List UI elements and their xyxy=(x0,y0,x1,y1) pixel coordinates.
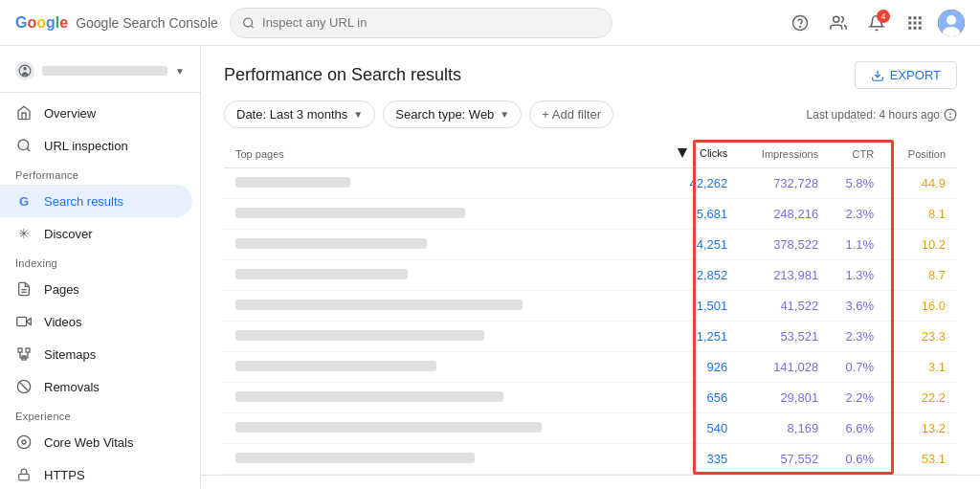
sidebar-item-core-web-vitals[interactable]: Core Web Vitals xyxy=(0,426,192,458)
google-g-icon: G xyxy=(15,192,33,210)
discover-icon: ✳ xyxy=(15,225,33,242)
sidebar-item-label: Pages xyxy=(44,282,79,297)
export-button[interactable]: EXPORT xyxy=(855,61,957,89)
clicks-cell: 2,852 xyxy=(664,260,740,291)
page-cell xyxy=(224,260,664,291)
url-search-bar[interactable] xyxy=(230,8,612,38)
topbar-right: 4 xyxy=(785,8,965,38)
ctr-cell: 5.8% xyxy=(830,168,885,199)
svg-point-32 xyxy=(17,435,30,448)
lock-icon xyxy=(15,466,33,483)
sidebar-section-experience: Experience xyxy=(0,403,200,426)
table-row: 42,262 732,728 5.8% 44.9 xyxy=(224,168,957,199)
sidebar-item-label: Overview xyxy=(44,106,96,121)
sidebar-item-discover[interactable]: ✳ Discover xyxy=(0,217,192,250)
clicks-cell: 4,251 xyxy=(664,230,740,260)
impressions-cell: 141,028 xyxy=(739,352,830,383)
clicks-cell: 42,262 xyxy=(664,168,740,199)
table-row: 1,251 53,521 2.3% 23.3 xyxy=(224,322,957,352)
svg-rect-24 xyxy=(26,348,30,352)
date-filter-button[interactable]: Date: Last 3 months ▼ xyxy=(224,100,375,128)
table-row: 335 57,552 0.6% 53.1 xyxy=(224,444,957,475)
sidebar-item-https[interactable]: HTTPS xyxy=(0,458,192,489)
position-cell: 23.3 xyxy=(885,322,957,352)
clicks-cell: 926 xyxy=(664,352,740,383)
impressions-cell: 57,552 xyxy=(739,444,830,475)
account-dropdown-arrow: ▼ xyxy=(175,66,185,77)
topbar-logo: Google Google Search Console xyxy=(15,14,218,32)
sidebar-item-label: Discover xyxy=(44,227,93,241)
col-header-impressions: Impressions xyxy=(739,140,830,168)
ctr-cell: 6.6% xyxy=(830,413,885,444)
url-search-input[interactable] xyxy=(262,15,600,30)
impressions-cell: 732,728 xyxy=(739,168,830,199)
impressions-cell: 378,522 xyxy=(739,230,830,260)
pages-icon xyxy=(15,280,33,298)
page-cell xyxy=(224,352,664,383)
add-filter-label: + Add filter xyxy=(542,107,601,122)
sidebar-item-label: Removals xyxy=(44,380,100,394)
user-avatar[interactable] xyxy=(938,10,965,36)
impressions-cell: 41,522 xyxy=(739,291,830,322)
sidebar-item-label: Sitemaps xyxy=(44,347,96,362)
add-filter-button[interactable]: + Add filter xyxy=(529,100,613,128)
sidebar-item-label: Search results xyxy=(44,194,123,209)
page-cell xyxy=(224,383,664,413)
help-icon[interactable] xyxy=(785,8,815,38)
google-logo: Google xyxy=(15,14,68,32)
svg-point-17 xyxy=(23,67,27,71)
table-header-row: Top pages ↓ Clicks Impressions CTR Posit… xyxy=(224,140,957,168)
sidebar-item-label: Core Web Vitals xyxy=(44,435,133,450)
table-row: 5,681 248,216 2.3% 8.1 xyxy=(224,199,957,230)
last-updated-label: Last updated: 4 hours ago xyxy=(807,108,940,122)
sidebar-item-videos[interactable]: Videos xyxy=(0,305,192,338)
account-name xyxy=(42,66,167,76)
svg-rect-5 xyxy=(914,16,917,19)
data-table: Top pages ↓ Clicks Impressions CTR Posit… xyxy=(224,140,957,475)
sitemaps-icon xyxy=(15,345,33,363)
svg-point-0 xyxy=(243,18,252,27)
filters-bar: Date: Last 3 months ▼ Search type: Web ▼… xyxy=(201,100,980,140)
svg-rect-12 xyxy=(919,26,922,29)
info-icon xyxy=(944,108,957,122)
manage-users-icon[interactable] xyxy=(823,8,854,38)
sidebar-section-indexing: Indexing xyxy=(0,250,200,273)
ctr-cell: 2.2% xyxy=(830,383,885,413)
table-body: 42,262 732,728 5.8% 44.9 5,681 248,216 2… xyxy=(224,168,957,475)
table-row: 926 141,028 0.7% 3.1 xyxy=(224,352,957,383)
export-label: EXPORT xyxy=(890,68,941,82)
account-selector[interactable]: ▼ xyxy=(0,54,200,88)
table-row: 1,501 41,522 3.6% 16.0 xyxy=(224,291,957,322)
sidebar-item-overview[interactable]: Overview xyxy=(0,97,192,129)
sidebar-item-sitemaps[interactable]: Sitemaps xyxy=(0,338,192,370)
svg-marker-41 xyxy=(678,148,687,158)
position-cell: 22.2 xyxy=(885,383,957,413)
sidebar-section-performance: Performance xyxy=(0,162,200,185)
impressions-cell: 248,216 xyxy=(739,199,830,230)
sidebar: ▼ Overview URL inspection Performance G … xyxy=(0,46,201,489)
sidebar-item-label: Videos xyxy=(44,315,82,329)
sidebar-divider-top xyxy=(0,92,200,93)
clicks-cell: 5,681 xyxy=(664,199,740,230)
search-icon xyxy=(242,16,255,30)
position-cell: 44.9 xyxy=(885,168,957,199)
sidebar-item-removals[interactable]: Removals xyxy=(0,370,192,403)
google-apps-icon[interactable] xyxy=(900,8,930,38)
sidebar-item-search-results[interactable]: G Search results xyxy=(0,185,192,217)
svg-rect-11 xyxy=(914,26,917,29)
svg-rect-7 xyxy=(908,21,911,24)
sidebar-item-url-inspection[interactable]: URL inspection xyxy=(0,129,192,162)
svg-rect-23 xyxy=(18,348,22,352)
notifications-icon[interactable]: 4 xyxy=(861,8,892,38)
clicks-cell: 540 xyxy=(664,413,740,444)
ctr-cell: 1.3% xyxy=(830,260,885,291)
col-header-pages: Top pages xyxy=(224,140,664,168)
table-row: 4,251 378,522 1.1% 10.2 xyxy=(224,230,957,260)
pagination-bar: Rows per page: 10 25 50 1-10 of 570 ‹ › xyxy=(201,475,980,489)
topbar: Google Google Search Console 4 xyxy=(0,0,980,46)
col-header-clicks[interactable]: ↓ Clicks xyxy=(664,140,740,168)
sidebar-item-pages[interactable]: Pages xyxy=(0,273,192,305)
search-type-filter-button[interactable]: Search type: Web ▼ xyxy=(383,100,522,128)
main-content: Performance on Search results EXPORT Dat… xyxy=(201,46,980,489)
ctr-cell: 2.3% xyxy=(830,322,885,352)
